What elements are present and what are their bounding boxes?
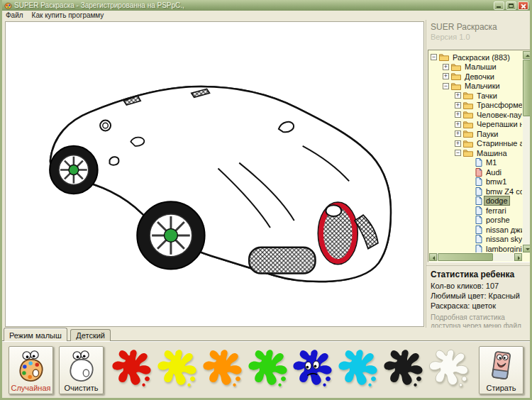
tree-item-label: M1 [484,158,498,167]
tree-indent [429,95,455,96]
tree-item[interactable]: − Раскраски (883) [429,52,522,62]
tree-item[interactable]: + Старинные автомобили [429,139,522,149]
close-button[interactable] [518,1,528,10]
random-color-button[interactable]: Случайная [9,346,53,394]
tree-item[interactable]: + Тачки [429,91,522,101]
car-fuel-cap[interactable] [100,121,111,131]
wheel-rear[interactable] [50,146,98,194]
tree-expander-icon[interactable]: + [455,140,461,147]
tree-expander-icon[interactable]: − [431,54,437,60]
tab-kids-mode[interactable]: Детский [70,329,111,341]
tree-item[interactable]: + Пауки [429,129,522,139]
tree-item[interactable]: + Трансформеры [429,101,522,111]
folder-icon [451,82,461,90]
tree-item[interactable]: + Девочки [429,72,522,82]
eraser-icon [487,349,516,383]
folder-icon [463,140,473,148]
tree-item[interactable]: − Машина [429,148,522,158]
tree-item[interactable]: lamborgini [429,244,522,252]
file-icon [475,187,482,196]
paint-splat-green[interactable] [247,348,291,393]
tree-expander-icon[interactable]: + [455,121,461,128]
tree-expander-icon[interactable]: + [443,64,449,70]
car-headlight[interactable] [326,205,341,216]
folder-icon [463,91,473,99]
paint-splat-blue[interactable] [292,348,336,393]
menu-bar: Файл Как купить программу [2,11,530,20]
vscroll-thumb[interactable] [523,60,531,116]
folder-icon [463,121,473,128]
window-title: SUPER Раскраска - Зарегистрированна на P… [14,1,492,9]
coloring-canvas[interactable] [5,21,424,327]
tree-expander-icon[interactable]: − [443,83,449,89]
tree-indent [429,220,467,221]
tree-list: − Раскраски (883) + Малыши [429,51,522,252]
erase-button[interactable]: Стирать [479,346,523,394]
hscroll-thumb[interactable] [438,253,493,261]
tree-expander-icon[interactable]: + [455,130,461,137]
clear-button[interactable]: Очистить [59,346,104,394]
tree-item[interactable]: − Мальчики [429,82,522,91]
tree-indent [429,124,455,125]
panel-divider [426,20,426,328]
splat-blob [112,350,150,387]
file-icon [475,158,482,167]
tree-hscrollbar[interactable] [429,253,522,261]
wheel-front[interactable] [137,201,204,269]
paint-splat-white[interactable] [428,348,472,393]
tree-indent [429,229,467,230]
app-window: SUPER Раскраска - Зарегистрированна на P… [0,0,532,400]
tree-item[interactable]: M1 [429,158,522,168]
palette-icon [16,349,47,383]
menu-buy[interactable]: Как купить программу [32,11,104,19]
tree-item[interactable]: bmw1 [429,177,522,187]
tree-item[interactable]: + Черепашки нинзя [429,120,522,130]
minimize-button[interactable] [494,1,504,10]
tree-item[interactable]: nissan skyline [429,235,522,245]
file-icon [475,245,482,252]
tree-item[interactable]: + Человек-паук [429,110,522,120]
tree-indent [429,191,467,191]
tree-item[interactable]: dodge [429,196,522,206]
tree-item[interactable]: ferrari [429,206,522,216]
scroll-left-button[interactable] [429,253,437,261]
tree-expander-icon[interactable]: + [455,92,461,99]
tree-expander-icon[interactable]: + [455,111,461,118]
maximize-button[interactable] [506,1,516,10]
tree-item[interactable]: bmw Z4 coupe [429,187,522,196]
paint-splat-cyan[interactable] [337,348,381,393]
title-bar: SUPER Раскраска - Зарегистрированна на P… [2,0,530,11]
folder-icon [451,72,461,80]
tree-expander-icon[interactable]: + [455,102,461,109]
paint-splat-black[interactable] [382,348,426,393]
tree-vscrollbar[interactable] [523,51,531,252]
tree-indent [429,143,455,144]
tree-item[interactable]: Audi [429,167,522,177]
paint-splat-red[interactable] [111,348,155,393]
tree-item-label: Пауки [475,130,499,138]
file-icon [475,168,482,177]
tree-indent [429,105,455,106]
car-door-handle[interactable] [110,157,119,165]
car-coloring-page [6,22,423,326]
tree-indent [429,248,467,249]
tree-item[interactable]: nissan джип [429,225,522,235]
tree-expander-icon[interactable]: − [455,150,461,156]
tree-item[interactable]: + Малыши [429,62,522,72]
tree-item-label: nissan джип [484,226,522,234]
paint-splat-yellow[interactable] [156,348,200,393]
stats-note-line1: Подробная статистика [431,313,531,322]
tree-indent [429,182,467,182]
car-front-grille[interactable] [249,248,315,274]
file-icon [475,206,482,215]
menu-file[interactable]: Файл [6,11,23,19]
paint-splat-orange[interactable] [201,348,245,393]
scroll-right-button[interactable] [514,253,522,261]
scroll-down-button[interactable] [523,245,531,252]
stats-favorite-color: Любимый цвет: Красный [431,291,531,300]
scroll-up-button[interactable] [523,51,531,59]
splat-blob [339,350,377,387]
tree-expander-icon[interactable]: + [443,73,449,79]
tab-baby-mode[interactable]: Режим малыш [4,328,67,341]
tree-item[interactable]: porshe [429,216,522,226]
